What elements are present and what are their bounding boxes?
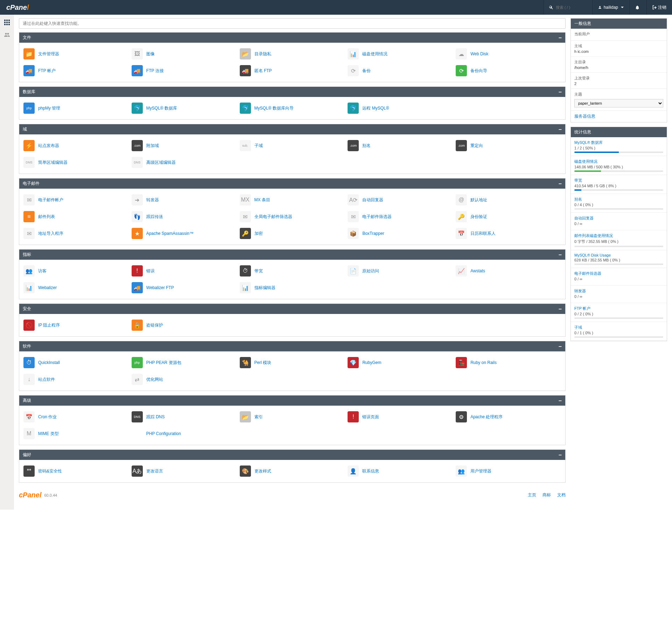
feature-link[interactable]: 错误页面 <box>362 414 379 420</box>
feature-link[interactable]: Cron 作业 <box>38 414 57 420</box>
feature-link[interactable]: QuickInstall <box>38 360 60 365</box>
feature-item[interactable]: ⚙Apache 处理程序 <box>454 408 562 425</box>
feature-link[interactable]: 指标编辑器 <box>254 285 275 291</box>
feature-link[interactable]: 电子邮件筛选器 <box>362 214 392 220</box>
stat-label[interactable]: MySQL® Disk Usage <box>574 253 611 257</box>
feature-item[interactable]: 🚫IP 阻止程序 <box>22 317 130 334</box>
feature-item[interactable]: ★Apache SpamAssassin™ <box>130 225 238 242</box>
stat-label[interactable]: MySQL® 数据库 <box>574 140 603 145</box>
feature-link[interactable]: FTP 帐户 <box>38 68 56 74</box>
feature-item[interactable]: 📂目录隐私 <box>238 46 346 62</box>
server-info-link[interactable]: 服务器信息 <box>574 114 595 119</box>
feature-item[interactable]: 📊磁盘使用情况 <box>346 46 454 62</box>
feature-item[interactable]: ⟳备份向导 <box>454 62 562 79</box>
feature-link[interactable]: 跟踪 DNS <box>146 414 165 420</box>
collapse-button[interactable]: – <box>559 344 562 349</box>
feature-item[interactable]: DNS简单区域编辑器 <box>22 154 130 171</box>
feature-item[interactable]: sub.子域 <box>238 137 346 154</box>
stat-label[interactable]: 电子邮件筛选器 <box>574 271 601 276</box>
feature-link[interactable]: MySQL® 数据库向导 <box>254 105 294 111</box>
feature-link[interactable]: MySQL® 数据库 <box>146 105 177 111</box>
feature-item[interactable]: 🚂Ruby on Rails <box>454 354 562 371</box>
feature-link[interactable]: Perl 模块 <box>254 360 272 366</box>
feature-item[interactable]: ↓站点软件 <box>22 371 130 388</box>
feature-link[interactable]: PHP Configuration <box>146 431 181 436</box>
feature-link[interactable]: 子域 <box>254 143 263 149</box>
feature-item[interactable]: ⇄优化网站 <box>130 371 238 388</box>
feature-item[interactable]: phpphpMy 管理 <box>22 100 130 117</box>
feature-item[interactable]: 🚚FTP 连接 <box>130 62 238 79</box>
feature-link[interactable]: Awstats <box>470 268 485 273</box>
footer-link[interactable]: 主页 <box>528 492 536 497</box>
feature-item[interactable]: MXMX 条目 <box>238 191 346 208</box>
feature-link[interactable]: 站点发布器 <box>38 143 59 149</box>
feature-item[interactable]: ⏱带宽 <box>238 262 346 279</box>
feature-link[interactable]: MIME 类型 <box>38 431 59 437</box>
feature-link[interactable]: 用户管理器 <box>470 468 491 474</box>
feature-link[interactable]: 索引 <box>254 414 263 420</box>
feature-link[interactable]: 文件管理器 <box>38 51 59 57</box>
feature-link[interactable]: 密码&安全性 <box>38 468 62 474</box>
footer-link[interactable]: 文档 <box>557 492 566 497</box>
feature-link[interactable]: 匿名 FTP <box>254 68 272 74</box>
feature-item[interactable]: 🐬MySQL® 数据库向导 <box>238 100 346 117</box>
feature-item[interactable]: 🖼图像 <box>130 46 238 62</box>
feature-link[interactable]: 默认地址 <box>470 197 487 203</box>
feature-item[interactable]: 📈Awstats <box>454 262 562 279</box>
feature-link[interactable]: 加密 <box>254 231 263 237</box>
feature-link[interactable]: 邮件列表 <box>38 214 55 220</box>
search-input[interactable] <box>556 5 587 9</box>
feature-item[interactable]: ✉地址导入程序 <box>22 225 130 242</box>
feature-item[interactable]: .com重定向 <box>454 137 562 154</box>
feature-link[interactable]: 高级区域编辑器 <box>146 160 176 166</box>
stat-label[interactable]: 磁盘使用情况 <box>574 159 597 164</box>
feature-item[interactable]: 🚚匿名 FTP <box>238 62 346 79</box>
feature-link[interactable]: 别名 <box>362 143 371 149</box>
feature-link[interactable]: BoxTrapper <box>362 231 384 236</box>
feature-item[interactable]: ⏱QuickInstall <box>22 354 130 371</box>
feature-link[interactable]: 目录隐私 <box>254 51 271 57</box>
feature-link[interactable]: PHP PEAR 资源包 <box>146 360 181 366</box>
stat-label[interactable]: 转发器 <box>574 288 586 294</box>
feature-link[interactable]: 站点软件 <box>38 377 55 383</box>
feature-item[interactable]: 🐬MySQL® 数据库 <box>130 100 238 117</box>
notifications-button[interactable] <box>629 0 646 15</box>
feature-link[interactable]: 身份验证 <box>470 214 487 220</box>
theme-select[interactable]: paper_lantern <box>574 99 663 107</box>
feature-link[interactable]: 联系信息 <box>362 468 379 474</box>
feature-link[interactable]: 日历和联系人 <box>470 231 496 237</box>
collapse-button[interactable]: – <box>559 398 562 404</box>
feature-link[interactable]: phpMy 管理 <box>38 105 60 111</box>
feature-link[interactable]: 地址导入程序 <box>38 231 63 237</box>
stat-label[interactable]: 邮件列表磁盘使用情况 <box>574 233 613 238</box>
collapse-button[interactable]: – <box>559 127 562 132</box>
feature-item[interactable]: 📊Webalizer <box>22 279 130 296</box>
feature-link[interactable]: 全局电子邮件筛选器 <box>254 214 292 220</box>
feature-item[interactable]: @默认地址 <box>454 191 562 208</box>
stat-label[interactable]: 别名 <box>574 197 582 202</box>
feature-item[interactable]: 👣跟踪传送 <box>130 208 238 225</box>
feature-link[interactable]: 远程 MySQL® <box>362 105 389 111</box>
feature-item[interactable]: 👤联系信息 <box>346 463 454 479</box>
feature-item[interactable]: ⟳备份 <box>346 62 454 79</box>
feature-link[interactable]: RubyGem <box>362 360 381 365</box>
feature-item[interactable]: .com别名 <box>346 137 454 154</box>
feature-link[interactable]: 简单区域编辑器 <box>38 160 68 166</box>
feature-link[interactable]: 重定向 <box>470 143 483 149</box>
feature-item[interactable]: !错误页面 <box>346 408 454 425</box>
feature-link[interactable]: 磁盘使用情况 <box>362 51 387 57</box>
feature-item[interactable]: Aあ更改语言 <box>130 463 238 479</box>
feature-item[interactable]: 📅Cron 作业 <box>22 408 130 425</box>
feature-item[interactable]: ✉全局电子邮件筛选器 <box>238 208 346 225</box>
feature-item[interactable]: ✉电子邮件帐户 <box>22 191 130 208</box>
collapse-button[interactable]: – <box>559 306 562 312</box>
collapse-button[interactable]: – <box>559 89 562 95</box>
feature-item[interactable]: 🔑身份验证 <box>454 208 562 225</box>
feature-item[interactable]: 📅日历和联系人 <box>454 225 562 242</box>
feature-item[interactable]: 📊指标编辑器 <box>238 279 346 296</box>
feature-item[interactable]: 🔒盗链保护 <box>130 317 238 334</box>
feature-item[interactable]: 📁文件管理器 <box>22 46 130 62</box>
rail-apps-button[interactable] <box>2 18 12 27</box>
function-search-input[interactable] <box>19 18 566 29</box>
feature-link[interactable]: 图像 <box>146 51 155 57</box>
